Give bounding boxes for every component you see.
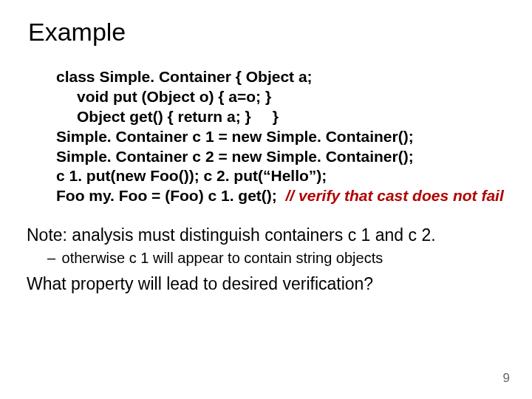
sub-note: – otherwise c 1 will appear to contain s… — [47, 250, 504, 267]
code-line-3: Object get() { return a; } } — [56, 107, 497, 127]
code-line-2: void put (Object o) { a=o; } — [56, 87, 497, 107]
code-block: class Simple. Container { Object a; void… — [56, 67, 497, 206]
question-text: What property will lead to desired verif… — [27, 274, 504, 294]
code-line-1: class Simple. Container { Object a; — [56, 67, 497, 87]
slide: Example class Simple. Container { Object… — [0, 0, 532, 399]
code-line-4: Simple. Container c 1 = new Simple. Cont… — [56, 127, 497, 147]
sub-note-text: otherwise c 1 will appear to contain str… — [62, 250, 383, 266]
dash-icon: – — [47, 250, 58, 267]
note-text: Note: analysis must distinguish containe… — [27, 225, 504, 245]
code-comment: // verify that cast does not fail — [286, 187, 504, 204]
code-line-7: Foo my. Foo = (Foo) c 1. get(); // verif… — [56, 186, 497, 206]
code-line-7a: Foo my. Foo = (Foo) c 1. get(); — [56, 187, 286, 204]
code-line-5: Simple. Container c 2 = new Simple. Cont… — [56, 147, 497, 167]
slide-title: Example — [28, 18, 504, 47]
page-number: 9 — [503, 371, 510, 386]
code-line-6: c 1. put(new Foo()); c 2. put(“Hello”); — [56, 166, 497, 186]
